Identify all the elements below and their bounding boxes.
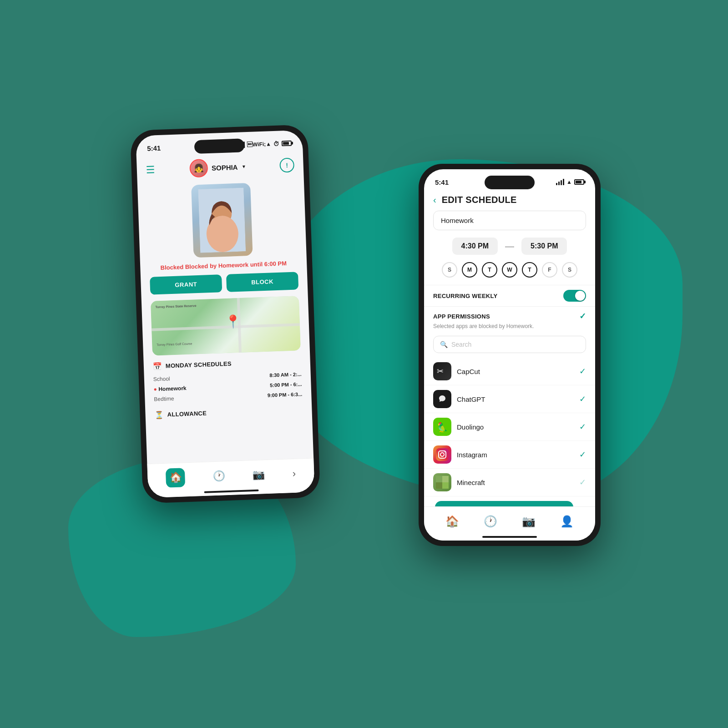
svg-text:🦜: 🦜 <box>437 422 448 433</box>
front-nav-person[interactable]: 👤 <box>560 515 574 528</box>
svg-point-10 <box>445 452 445 453</box>
wifi-icon-front: ▲ <box>566 179 572 185</box>
page-title: EDIT SCHEDULE <box>442 195 517 205</box>
nav-home[interactable]: 🏠 <box>160 465 191 490</box>
svg-rect-7 <box>436 448 449 461</box>
action-buttons: GRANT BLOCK <box>141 272 308 295</box>
menu-icon[interactable]: ☰ <box>146 164 155 176</box>
search-placeholder-text: Search <box>451 341 471 348</box>
user-selector[interactable]: 👧 SOPHIA ▾ <box>189 157 245 177</box>
alert-icon[interactable]: ! <box>279 158 294 173</box>
app-item-instagram: Instagram ✓ <box>424 441 595 469</box>
schedule-name-value: Homework <box>441 217 474 224</box>
schedules-title: MONDAY SCHEDULES <box>166 360 232 369</box>
duolingo-icon: 🦜 <box>433 418 451 436</box>
app-search-input[interactable]: 🔍 Search <box>433 336 586 353</box>
nav-camera[interactable]: 📷 <box>247 466 270 484</box>
map-label-reserve: Torrey Pines State Reserve <box>155 304 196 308</box>
status-time-back: 5:41 <box>147 144 161 152</box>
map-pin: 📍 <box>225 314 241 329</box>
home-indicator-back <box>204 490 259 493</box>
schedule-name-input[interactable]: Homework <box>433 211 586 230</box>
duolingo-check[interactable]: ✓ <box>579 422 586 432</box>
capcut-icon: ✂ <box>433 362 451 380</box>
app-item-duolingo: 🦜 Duolingo ✓ <box>424 413 595 441</box>
recurring-toggle[interactable] <box>563 290 586 302</box>
chatgpt-check[interactable]: ✓ <box>579 394 586 404</box>
time-selector: 4:30 PM — 5:30 PM <box>433 238 586 255</box>
day-saturday[interactable]: S <box>562 262 577 278</box>
minecraft-icon <box>433 473 451 491</box>
more-icon: › <box>292 468 296 480</box>
front-nav-clock[interactable]: 🕐 <box>484 515 497 528</box>
app-item-minecraft: Minecraft ✓ <box>424 469 595 496</box>
home-icon-active: 🏠 <box>166 468 185 487</box>
edit-schedule-header: ‹ EDIT SCHEDULE <box>424 191 595 211</box>
front-camera-icon: 📷 <box>522 515 536 528</box>
front-nav-home[interactable]: 🏠 <box>445 515 459 528</box>
profile-photo <box>191 183 253 258</box>
permissions-check-icon: ✓ <box>579 311 586 321</box>
svg-rect-13 <box>436 482 442 489</box>
instagram-name: Instagram <box>457 451 574 459</box>
minecraft-check[interactable]: ✓ <box>579 477 586 487</box>
day-monday[interactable]: M <box>462 262 477 278</box>
status-icons-front: ▲ <box>556 179 584 185</box>
user-name: SOPHIA <box>212 163 238 172</box>
allowance-title: ALLOWANCE <box>167 410 207 418</box>
user-avatar: 👧 <box>189 159 208 177</box>
homework-time: 5:00 PM - 6:... <box>270 381 302 388</box>
wifi-symbol: ⏱ <box>273 140 280 147</box>
nav-clock[interactable]: 🕐 <box>207 467 231 485</box>
app-list: ✂ CapCut ✓ ChatGPT ✓ <box>424 358 595 496</box>
school-label: School <box>153 375 170 382</box>
day-sunday[interactable]: S <box>442 262 457 278</box>
bedtime-time: 9:00 PM - 6:3... <box>268 391 303 398</box>
blocked-text: Blocked Blocked by Homework until 6:00 P… <box>140 259 307 272</box>
day-wednesday[interactable]: W <box>502 262 517 278</box>
school-time: 8:30 AM - 2:... <box>269 371 302 378</box>
battery-icon-front <box>574 179 584 185</box>
chatgpt-icon <box>433 390 451 408</box>
instagram-check[interactable]: ✓ <box>579 450 586 460</box>
permissions-row: APP PERMISSIONS ✓ <box>424 306 595 323</box>
recurring-label: RECURRING WEEKLY <box>433 293 498 299</box>
day-thursday[interactable]: T <box>522 262 537 278</box>
battery-icon-back <box>282 141 292 147</box>
app-item-capcut: ✂ CapCut ✓ <box>424 358 595 385</box>
grant-button[interactable]: GRANT <box>150 274 222 294</box>
map-label-golf: Torrey Pines Golf Course <box>157 342 192 347</box>
phone-front-screen: 5:41 ▲ ‹ EDIT SCHEDULE <box>424 169 595 541</box>
instagram-icon <box>433 445 451 464</box>
bedtime-label: Bedtime <box>154 395 174 403</box>
days-selector: S M T W T F S <box>433 262 586 278</box>
day-tuesday[interactable]: T <box>482 262 497 278</box>
signal-icon-front <box>556 179 564 185</box>
time-from-pill[interactable]: 4:30 PM <box>452 238 498 255</box>
svg-text:✂: ✂ <box>437 367 444 376</box>
allowance-icon: ⏳ <box>154 410 164 420</box>
phone-front: 5:41 ▲ ‹ EDIT SCHEDULE <box>419 164 601 546</box>
back-arrow-icon[interactable]: ‹ <box>433 195 436 205</box>
home-indicator-front <box>482 536 537 538</box>
map-bg: 📍 Torrey Pines State Reserve Torrey Pine… <box>151 296 301 355</box>
chevron-down-icon: ▾ <box>242 163 245 170</box>
alert-symbol: ! <box>286 162 288 169</box>
svg-rect-11 <box>436 476 442 482</box>
capcut-name: CapCut <box>457 368 574 375</box>
front-nav-camera[interactable]: 📷 <box>522 515 536 528</box>
status-time-front: 5:41 <box>435 178 449 186</box>
chatgpt-name: ChatGPT <box>457 395 574 403</box>
day-friday[interactable]: F <box>542 262 557 278</box>
homework-label: Homework <box>153 385 186 393</box>
capcut-check[interactable]: ✓ <box>579 366 586 376</box>
phone-back-screen: 5:41 WiFi;▲ ⏱ ☰ <box>136 130 315 498</box>
nav-more[interactable]: › <box>287 465 302 482</box>
svg-rect-12 <box>442 476 449 482</box>
toggle-thumb <box>575 291 585 301</box>
front-home-icon: 🏠 <box>445 515 459 528</box>
time-to-pill[interactable]: 5:30 PM <box>521 238 567 255</box>
schedules-section-header: 📅 MONDAY SCHEDULES <box>144 357 310 371</box>
profile-svg <box>198 187 246 253</box>
block-button[interactable]: BLOCK <box>226 272 298 292</box>
